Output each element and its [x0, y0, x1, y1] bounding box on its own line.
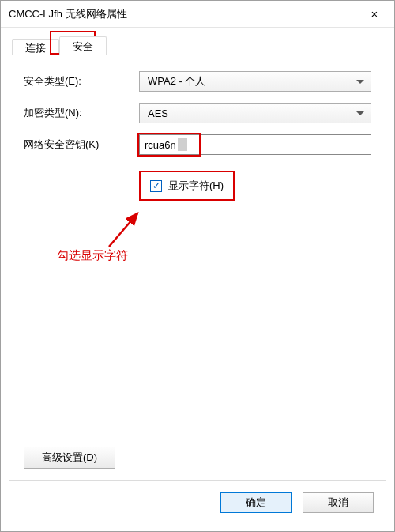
- advanced-settings-label: 高级设置(D): [42, 451, 97, 465]
- encryption-type-value: AES: [148, 108, 168, 119]
- encryption-type-dropdown[interactable]: AES: [139, 103, 371, 123]
- tab-connection-label: 连接: [25, 41, 46, 55]
- advanced-settings-button[interactable]: 高级设置(D): [24, 447, 115, 469]
- security-type-dropdown[interactable]: WPA2 - 个人: [139, 71, 371, 92]
- network-key-value: rcua6n: [145, 139, 176, 151]
- ok-button[interactable]: 确定: [220, 492, 292, 513]
- chevron-down-icon: [356, 111, 364, 115]
- show-characters-label: 显示字符(H): [168, 179, 224, 193]
- show-characters-checkbox[interactable]: ✓: [150, 180, 162, 192]
- tab-strip: 连接 安全: [9, 34, 386, 55]
- row-security-type: 安全类型(E): WPA2 - 个人: [24, 71, 371, 92]
- tab-connection[interactable]: 连接: [12, 39, 59, 56]
- client-area: 连接 安全 安全类型(E): WPA2 - 个人: [1, 28, 394, 531]
- security-type-label: 安全类型(E):: [24, 74, 139, 89]
- annotation-arrow-icon: [103, 206, 150, 253]
- encryption-type-label: 加密类型(N):: [24, 106, 139, 120]
- svg-line-0: [109, 213, 137, 247]
- advanced-area: 高级设置(D): [24, 439, 371, 469]
- window-title: CMCC-LJfh 无线网络属性: [9, 7, 356, 21]
- security-form: 安全类型(E): WPA2 - 个人 加密类型(N): AES: [24, 71, 371, 201]
- annotation-text: 勾选显示字符: [57, 248, 128, 263]
- ok-button-label: 确定: [246, 496, 266, 510]
- network-key-input[interactable]: rcua6n: [139, 134, 371, 155]
- close-icon: ×: [371, 7, 378, 21]
- wifi-properties-dialog: CMCC-LJfh 无线网络属性 × 连接 安全 安全类型(E):: [0, 0, 395, 532]
- dialog-footer: 确定 取消: [9, 481, 386, 523]
- row-network-key: 网络安全密钥(K) rcua6n: [24, 134, 371, 155]
- tab-security[interactable]: 安全: [59, 36, 107, 55]
- show-characters-checkbox-area[interactable]: ✓ 显示字符(H): [139, 171, 235, 201]
- cancel-button[interactable]: 取消: [303, 492, 374, 513]
- cancel-button-label: 取消: [328, 496, 348, 510]
- titlebar: CMCC-LJfh 无线网络属性 ×: [1, 1, 394, 28]
- network-key-label: 网络安全密钥(K): [24, 138, 139, 152]
- text-cursor-icon: [178, 138, 187, 151]
- chevron-down-icon: [356, 80, 364, 84]
- row-encryption-type: 加密类型(N): AES: [24, 103, 371, 123]
- security-sheet: 安全类型(E): WPA2 - 个人 加密类型(N): AES: [9, 55, 386, 481]
- checkmark-icon: ✓: [152, 181, 160, 191]
- tab-security-label: 安全: [73, 40, 93, 54]
- security-type-value: WPA2 - 个人: [148, 74, 205, 89]
- close-button[interactable]: ×: [356, 1, 393, 27]
